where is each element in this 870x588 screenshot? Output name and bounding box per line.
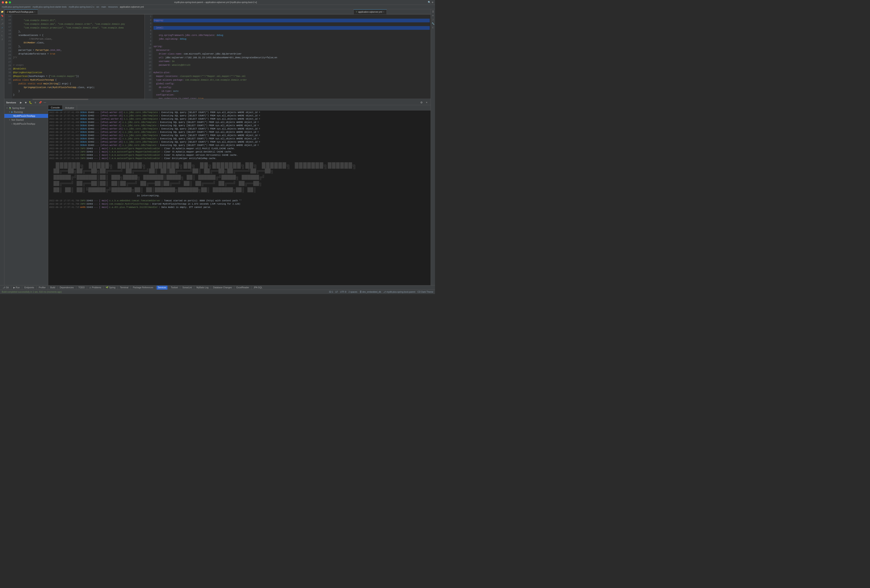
build-status: Build completed successfully in 1 sec, 6… bbox=[2, 291, 62, 293]
tab-yaml[interactable]: Y application-sqlserver.yml × bbox=[353, 9, 387, 14]
code-left[interactable]: "com.example.domain.dtt", "com.example.d… bbox=[12, 15, 145, 99]
intercepting-msg: is intercepting. bbox=[49, 193, 430, 199]
services-title: Services bbox=[6, 101, 16, 104]
editor-pane-java[interactable]: 141516171819 2021222324 252627282930 313… bbox=[4, 15, 145, 100]
tree-item-running[interactable]: ▼ ▶ Running bbox=[4, 110, 48, 114]
console-output[interactable]: 2022-08-19 17:57:41.458 DEBUG 33463 --- … bbox=[48, 110, 431, 285]
tree-item-notstarted[interactable]: ▼ Not Started bbox=[4, 118, 48, 122]
toolbar-icon-settings[interactable]: ⚙ bbox=[432, 1, 433, 4]
code-right[interactable]: logging: level: org.springframework.jdbc… bbox=[153, 15, 431, 99]
breadcrumb-item-2[interactable]: mydtt-plus-spring-boot-2-x bbox=[69, 6, 94, 8]
breadcrumb: mydtt-plus-spring-boot-parent › mydtt-pl… bbox=[0, 5, 435, 9]
indent[interactable]: 2 spaces bbox=[349, 291, 358, 293]
services-more-btn[interactable]: ⋯ bbox=[43, 100, 47, 105]
btool-git[interactable]: ⎇ Git bbox=[1, 286, 10, 290]
btool-toolset-label: Toolset bbox=[171, 287, 178, 289]
btool-mybatis-log-label: MyBatis Log bbox=[197, 287, 209, 289]
btool-endpoints-label: Endpoints bbox=[24, 287, 34, 289]
btool-todo[interactable]: TODO bbox=[77, 286, 86, 290]
btool-jpa-sql[interactable]: JPA SQL bbox=[252, 286, 264, 290]
bottom-toolbar: ⎇ Git ▶ Run Endpoints Profiler Build Dep… bbox=[0, 285, 435, 290]
theme-indicator: CD Dark Theme bbox=[417, 291, 433, 293]
right-icon-embedded[interactable]: E bbox=[431, 26, 435, 29]
line-numbers-right: 123456 789101112 131415161718 19202122 bbox=[145, 15, 153, 99]
btool-sonarlint[interactable]: SonarLint bbox=[181, 286, 193, 290]
btool-git-label: Git bbox=[6, 287, 9, 289]
sidebar-icon-requests[interactable]: ↗ bbox=[0, 26, 4, 29]
btool-excel-reader[interactable]: ExcelReader bbox=[235, 286, 250, 290]
tree-running-label: Running bbox=[14, 111, 23, 113]
line-feed: LF bbox=[335, 291, 338, 293]
log-line: 2022-08-19 17:57:41.700 INFO 33463 --- [… bbox=[49, 199, 430, 202]
breadcrumb-item-0[interactable]: mydtt-plus-spring-boot-parent bbox=[2, 6, 30, 8]
right-icon-database[interactable]: 🗄 bbox=[431, 10, 435, 13]
sidebar-icon-lcode[interactable]: L bbox=[0, 34, 4, 37]
btool-spring[interactable]: 🌱 Spring bbox=[104, 286, 117, 290]
breadcrumb-item-6[interactable]: application-sqlserver.yml bbox=[120, 6, 144, 8]
toolbar-separator bbox=[76, 286, 76, 289]
btool-build[interactable]: Build bbox=[49, 286, 57, 290]
breadcrumb-item-3[interactable]: src bbox=[97, 6, 99, 8]
sidebar-icon-endpoints[interactable]: ⚡ bbox=[0, 30, 4, 33]
btool-services[interactable]: Services bbox=[156, 286, 167, 290]
toolbar-separator bbox=[36, 286, 37, 289]
btool-run[interactable]: ▶ Run bbox=[12, 286, 21, 290]
console-tabs: Console Actuator bbox=[48, 105, 431, 110]
tree-item-app3x[interactable]: ● MydttPlus3xTestApp bbox=[4, 122, 48, 126]
right-icon-tool[interactable]: 🔧 bbox=[431, 22, 435, 25]
tree-item-springboot[interactable]: ▼ 🍃 Spring Boot bbox=[4, 106, 48, 110]
services-filter-btn[interactable]: ≡ bbox=[33, 100, 37, 105]
btool-package-refs-label: Package References bbox=[133, 287, 153, 289]
minimize-button[interactable] bbox=[5, 1, 7, 3]
breadcrumb-item-1[interactable]: mydtt-plus-spring-boot-starter-tests bbox=[33, 6, 67, 8]
log-line: 2022-08-19 17:57:41.483 DEBUG 33463 --- … bbox=[49, 140, 430, 144]
cursor-position[interactable]: 32:1 bbox=[329, 291, 333, 293]
breadcrumb-item-4[interactable]: main bbox=[101, 6, 106, 8]
close-button[interactable] bbox=[2, 1, 4, 3]
btool-build-label: Build bbox=[50, 287, 55, 289]
btool-dependencies[interactable]: Dependencies bbox=[58, 286, 75, 290]
log-line: 2022-08-19 17:57:41.467 DEBUG 33463 --- … bbox=[49, 114, 430, 117]
tree-item-app2x[interactable]: ● MydttPlus2xTestApp bbox=[4, 114, 48, 118]
btool-endpoints[interactable]: Endpoints bbox=[23, 286, 35, 290]
sidebar-icon-structure[interactable]: ≡ bbox=[0, 18, 4, 21]
maximize-button[interactable] bbox=[9, 1, 11, 3]
services-tree: ▼ 🍃 Spring Boot ▼ ▶ Running ● MydttPlus2… bbox=[4, 105, 48, 285]
btool-terminal[interactable]: Terminal bbox=[119, 286, 130, 290]
breadcrumb-item-5[interactable]: resources bbox=[108, 6, 118, 8]
right-icon-mybatis[interactable]: M bbox=[431, 14, 435, 18]
services-settings-btn[interactable]: ⚙ bbox=[419, 100, 424, 105]
services-close-btn[interactable]: × bbox=[425, 100, 429, 105]
tab-console[interactable]: Console bbox=[48, 105, 63, 110]
btool-profiler[interactable]: Profiler bbox=[37, 286, 47, 290]
tab-java[interactable]: J MydttPlus2xTestApp.java × bbox=[4, 9, 38, 14]
btool-mybatis-log[interactable]: MyBatis Log bbox=[195, 286, 210, 290]
btool-problems[interactable]: ⚠ Problems bbox=[88, 286, 103, 290]
services-run-btn[interactable]: ▶ bbox=[19, 100, 23, 105]
tab-yaml-close[interactable]: × bbox=[383, 11, 384, 13]
sidebar-icon-bookmarks[interactable]: 🔖 bbox=[0, 14, 4, 18]
editor-pane-yaml[interactable]: 123456 789101112 131415161718 19202122 l… bbox=[145, 15, 431, 100]
db-indicator[interactable]: 🗄 dev_embedded_db bbox=[360, 291, 381, 293]
encoding[interactable]: UTF-8 bbox=[340, 291, 346, 293]
toolbar-separator bbox=[11, 286, 11, 289]
tab-actuator[interactable]: Actuator bbox=[63, 105, 77, 110]
toolbar-separator bbox=[118, 286, 118, 289]
services-stop-btn[interactable]: ■ bbox=[24, 100, 28, 105]
tab-java-close[interactable]: × bbox=[34, 11, 36, 13]
sidebar-icon-project[interactable]: 📁 bbox=[0, 10, 4, 13]
sidebar-icon-vcs[interactable]: ⎇ bbox=[0, 22, 4, 25]
toolbar-icon-search[interactable]: 🔍 bbox=[428, 1, 431, 4]
btool-toolset[interactable]: Toolset bbox=[170, 286, 179, 290]
log-line: 2022-08-19 17:57:41.468 DEBUG 33463 --- … bbox=[49, 124, 430, 127]
services-panel: Services ▶ ■ 🐛 ≡ 📌 ⋯ ⚙ × bbox=[4, 100, 431, 285]
services-debug-btn[interactable]: 🐛 bbox=[28, 100, 33, 105]
right-icon-jpa[interactable]: J bbox=[431, 18, 435, 21]
btool-db-changes[interactable]: Database Changes bbox=[212, 286, 233, 290]
git-branch-status[interactable]: ⎇ mydtt-plus-spring-boot-parent bbox=[383, 291, 415, 293]
tab-java-label: MydttPlus2xTestApp.java bbox=[9, 11, 33, 13]
services-pin-btn[interactable]: 📌 bbox=[38, 100, 42, 105]
log-line: 2022-08-19 17:57:41.629 INFO 33463 --- [… bbox=[49, 154, 430, 157]
sidebar-icon-jpa[interactable]: J bbox=[0, 38, 4, 41]
btool-package-refs[interactable]: Package References bbox=[131, 286, 155, 290]
